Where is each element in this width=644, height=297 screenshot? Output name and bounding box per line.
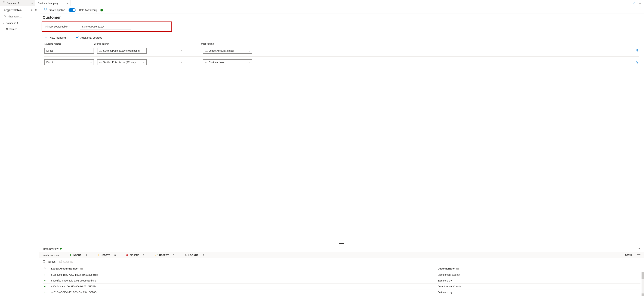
create-pipeline-button[interactable]: Create pipeline — [44, 8, 65, 12]
filter-input-wrap[interactable] — [2, 14, 37, 19]
stat-upsert: ✳+Upsert 0 — [155, 254, 174, 257]
statistics-button: Statistics — [59, 260, 73, 263]
target-column-select[interactable]: abcLedgerAccountNumber⌄ — [203, 48, 252, 54]
source-column-select[interactable]: abcSyntheaPatients.csv@County⌄ — [97, 60, 146, 65]
main: Create pipeline Data flow debug ✓ Custom… — [39, 6, 644, 297]
preview-header: Data preview — [39, 244, 644, 252]
tab-customer-mapping[interactable]: CustomerMapping — [35, 0, 70, 6]
type-abc-icon: abc — [205, 50, 208, 52]
primary-source-row: Primary source table * SyntheaPatients.c… — [42, 22, 172, 32]
delete-mapping-button[interactable] — [636, 49, 639, 53]
refresh-icon — [43, 260, 46, 263]
tree-root-database-1[interactable]: Database 1 — [2, 21, 37, 25]
svg-marker-8 — [180, 61, 183, 63]
collapse-sidebar-icon[interactable] — [34, 9, 37, 12]
primary-source-select[interactable]: SyntheaPatients.csv ⌄ — [80, 24, 131, 30]
tab-database-1[interactable]: Database 1 — [0, 0, 35, 6]
type-abc-icon: abc — [205, 62, 208, 64]
chevron-down-icon: ⌄ — [249, 50, 250, 52]
target-column-value: CustomerNote — [209, 61, 225, 64]
tab-label: Database 1 — [7, 2, 20, 4]
additional-sources-label: Additional sources — [80, 36, 102, 39]
target-column-select[interactable]: abcCustomerNote⌄ — [203, 60, 252, 65]
update-icon: ✳ — [98, 254, 100, 256]
cell-note: Baltimore city — [436, 278, 640, 284]
type-abc-icon: abc — [456, 268, 459, 270]
upsert-icon: ✳+ — [155, 254, 158, 257]
statistics-icon — [59, 260, 62, 263]
debug-toggle[interactable] — [68, 8, 76, 12]
preview-grid: LedgerAccountNumber abc CustomerNote abc… — [39, 265, 644, 297]
additional-sources-button[interactable]: Additional sources — [72, 36, 102, 39]
tree-item-label: Customer — [6, 28, 17, 30]
chevron-down-icon: ⌄ — [143, 50, 145, 52]
source-column-select[interactable]: abcSyntheaPatients.csv@Member id⌄ — [97, 48, 146, 54]
search-icon — [4, 15, 6, 18]
table-row[interactable]: +de518aa5-6f34-4912-99e0-e640cd50765cBal… — [43, 290, 640, 295]
preview-tab[interactable]: Data preview — [43, 246, 62, 252]
col-ledger[interactable]: LedgerAccountNumber abc — [50, 265, 436, 272]
sidebar: Target tables Database 1 — [0, 6, 39, 297]
col-note[interactable]: CustomerNote abc — [436, 265, 640, 272]
expand-icon[interactable] — [632, 1, 636, 5]
type-abc-icon: abc — [80, 268, 83, 270]
chevron-down-icon: ⌄ — [128, 26, 129, 28]
type-abc-icon: abc — [99, 50, 102, 52]
stat-delete: ✖Delete 0 — [126, 254, 144, 256]
lookup-icon: 🔍︎ — [185, 254, 187, 256]
arrow-icon — [150, 61, 200, 64]
cell-ledger: 63e08f91-8a9e-40fe-af02-dcee8c53d48e — [50, 278, 436, 284]
sort-header[interactable] — [43, 265, 50, 272]
table-row[interactable]: +b1e5c90d-1cb9-4202-bb03-26631a9bc6c8Mon… — [43, 272, 640, 278]
row-insert-icon: + — [43, 284, 50, 290]
new-mapping-button[interactable]: ＋ New mapping — [44, 35, 66, 40]
stat-total: Total 237 — [625, 254, 640, 256]
plus-icon: ＋ — [44, 35, 48, 40]
statistics-label: Statistics — [63, 260, 73, 263]
sidebar-title: Target tables — [2, 8, 30, 12]
new-mapping-label: New mapping — [50, 36, 66, 39]
mapping-method-select[interactable]: Direct⌄ — [44, 60, 94, 65]
svg-point-1 — [4, 15, 6, 17]
mapping-toolbar: ＋ New mapping Additional sources — [43, 34, 640, 42]
mapping-row: Direct⌄ abcSyntheaPatients.csv@County⌄ a… — [43, 56, 640, 68]
chevron-down-icon: ⌄ — [143, 61, 145, 64]
tree-item-customer[interactable]: Customer — [2, 27, 37, 31]
refresh-label: Refresh — [47, 260, 56, 263]
scrollbar[interactable] — [642, 272, 644, 296]
mapping-method-select[interactable]: Direct⌄ — [44, 48, 94, 54]
target-column-value: LedgerAccountNumber — [209, 49, 234, 52]
mapping-method-value: Direct — [46, 49, 53, 52]
required-icon: * — [68, 25, 70, 28]
collapse-preview-icon[interactable] — [638, 248, 640, 250]
chevron-down-icon: ⌄ — [90, 61, 92, 64]
table-row[interactable]: +63e08f91-8a9e-40fe-af02-dcee8c53d48eBal… — [43, 278, 640, 284]
debug-label: Data flow debug — [79, 9, 97, 12]
cell-note: Anne Arundel County — [436, 284, 640, 290]
table-row[interactable]: +4904d43b-d4c6-4395-85e9-fc021f577674Ann… — [43, 284, 640, 290]
primary-source-label: Primary source table * — [45, 25, 70, 28]
resize-handle[interactable] — [39, 242, 644, 244]
refresh-button[interactable]: Refresh — [43, 260, 56, 263]
preview-stats: Number of rows ✚Insert 0 ✳Update 0 ✖Dele… — [39, 252, 644, 258]
more-icon[interactable]: ·· — [638, 1, 642, 5]
col-target: Target column — [200, 42, 245, 45]
status-dot-icon — [60, 248, 62, 250]
status-ok-icon: ✓ — [100, 9, 103, 12]
chevron-updown-icon[interactable] — [31, 9, 33, 12]
col-source: Source column — [94, 42, 143, 45]
svg-rect-9 — [60, 262, 60, 262]
filter-input[interactable] — [7, 15, 39, 18]
svg-point-0 — [3, 2, 5, 2]
mapping-row: Direct⌄ abcSyntheaPatients.csv@Member id… — [43, 45, 640, 56]
row-insert-icon: + — [43, 278, 50, 284]
pipeline-icon — [44, 8, 47, 12]
col-method: Mapping method — [44, 42, 90, 45]
type-abc-icon: abc — [99, 62, 102, 64]
mapping-header: Mapping method Source column Target colu… — [43, 42, 640, 45]
svg-marker-6 — [180, 50, 183, 52]
delete-mapping-button[interactable] — [636, 60, 639, 64]
check-icon — [76, 36, 79, 39]
cell-ledger: 4904d43b-d4c6-4395-85e9-fc021f577674 — [50, 284, 436, 290]
primary-source-value: SyntheaPatients.csv — [82, 25, 104, 28]
